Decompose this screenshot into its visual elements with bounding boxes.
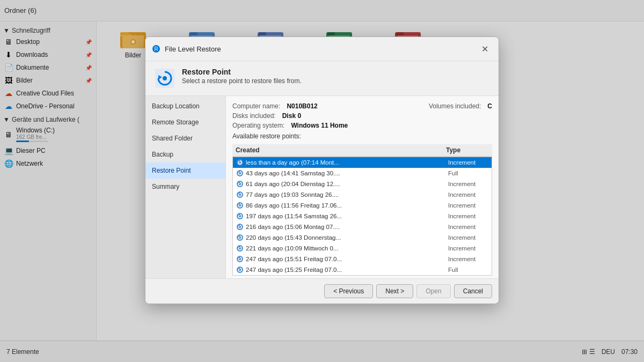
rp-created-7: 220 days ago (15:43 Donnerstag... bbox=[246, 234, 446, 241]
rp-created-3: 77 days ago (19:03 Sonntag 26.... bbox=[246, 191, 446, 198]
restore-points-table: Created Type less than a day ago (07:14 … bbox=[232, 144, 492, 276]
rp-icon-0 bbox=[236, 159, 244, 166]
nav-backup-location[interactable]: Backup Location bbox=[145, 98, 225, 114]
nav-restore-point[interactable]: Restore Point bbox=[145, 162, 225, 179]
os-label: Operating system: bbox=[232, 122, 284, 129]
computer-name-value: N010B012 bbox=[287, 102, 317, 110]
svg-point-31 bbox=[237, 170, 243, 176]
restore-points-header: Created Type bbox=[232, 144, 492, 157]
svg-point-33 bbox=[237, 181, 243, 187]
svg-point-29 bbox=[237, 159, 243, 166]
rp-type-4: Increment bbox=[448, 202, 488, 209]
restore-point-row-5[interactable]: 197 days ago (11:54 Samstag 26... Increm… bbox=[233, 211, 492, 221]
restore-point-row-3[interactable]: 77 days ago (19:03 Sonntag 26.... Increm… bbox=[233, 189, 492, 200]
rp-icon-9 bbox=[236, 255, 244, 263]
open-button[interactable]: Open bbox=[416, 284, 450, 298]
rp-icon-8 bbox=[236, 245, 244, 252]
svg-text:R: R bbox=[154, 46, 158, 52]
rp-created-9: 247 days ago (15:51 Freitag 07.0... bbox=[246, 256, 446, 262]
restore-points-list: less than a day ago (07:14 Mont... Incre… bbox=[232, 157, 492, 276]
rp-type-10: Full bbox=[448, 267, 488, 273]
restore-point-row-4[interactable]: 86 days ago (11:56 Freitag 17.06... Incr… bbox=[233, 200, 492, 211]
computer-name-row: Computer name: N010B012 Volumes included… bbox=[232, 102, 492, 110]
type-column-header: Type bbox=[446, 146, 489, 154]
restore-point-row-2[interactable]: 61 days ago (20:04 Dienstag 12.... Incre… bbox=[233, 179, 492, 189]
rp-type-9: Increment bbox=[448, 256, 488, 262]
restore-point-icon bbox=[154, 68, 175, 89]
rp-created-1: 43 days ago (14:41 Samstag 30.... bbox=[246, 170, 446, 176]
rp-created-6: 216 days ago (15:06 Montag 07.... bbox=[246, 224, 446, 230]
computer-name-label: Computer name: bbox=[232, 102, 280, 110]
svg-point-39 bbox=[237, 213, 243, 219]
svg-point-28 bbox=[163, 76, 167, 80]
disks-value: Disk 0 bbox=[282, 112, 301, 120]
dialog-header: Restore Point Select a restore point to … bbox=[145, 61, 499, 96]
dialog-header-text: Restore Point Select a restore point to … bbox=[182, 68, 302, 85]
rp-type-1: Full bbox=[448, 170, 488, 176]
rp-icon-7 bbox=[236, 234, 244, 241]
rp-type-5: Increment bbox=[448, 213, 488, 219]
rp-type-2: Increment bbox=[448, 181, 488, 187]
rp-created-0: less than a day ago (07:14 Mont... bbox=[246, 159, 446, 166]
nav-summary[interactable]: Summary bbox=[145, 179, 225, 195]
restore-point-row-8[interactable]: 221 days ago (10:09 Mittwoch 0... Increm… bbox=[233, 243, 492, 254]
rp-type-8: Increment bbox=[448, 245, 488, 252]
rp-icon-2 bbox=[236, 180, 244, 188]
previous-button[interactable]: < Previous bbox=[324, 284, 373, 298]
dialog-body: Backup Location Remote Storage Shared Fo… bbox=[145, 96, 499, 278]
volumes-label: Volumes included: bbox=[429, 102, 481, 110]
svg-point-49 bbox=[237, 267, 243, 273]
rp-type-0: Increment bbox=[448, 159, 488, 166]
svg-point-35 bbox=[237, 191, 243, 198]
rp-icon-1 bbox=[236, 169, 244, 177]
svg-point-47 bbox=[237, 256, 243, 262]
rp-created-8: 221 days ago (10:09 Mittwoch 0... bbox=[246, 245, 446, 252]
rp-type-7: Increment bbox=[448, 234, 488, 241]
restore-point-row-6[interactable]: 216 days ago (15:06 Montag 07.... Increm… bbox=[233, 221, 492, 232]
created-column-header: Created bbox=[236, 146, 446, 154]
dialog-nav: Backup Location Remote Storage Shared Fo… bbox=[145, 96, 226, 278]
file-level-restore-dialog: R File Level Restore ✕ Restore Point Sel… bbox=[145, 36, 499, 304]
rp-icon-4 bbox=[236, 202, 244, 209]
rp-created-4: 86 days ago (11:56 Freitag 17.06... bbox=[246, 202, 446, 209]
restore-point-row-7[interactable]: 220 days ago (15:43 Donnerstag... Increm… bbox=[233, 232, 492, 243]
rp-type-6: Increment bbox=[448, 224, 488, 230]
dialog-titlebar: R File Level Restore ✕ bbox=[145, 37, 499, 61]
dialog-title-area: R File Level Restore bbox=[152, 45, 221, 53]
rp-icon-5 bbox=[236, 212, 244, 220]
rp-created-10: 247 days ago (15:25 Freitag 07.0... bbox=[246, 267, 446, 273]
rp-icon-10 bbox=[236, 266, 244, 274]
nav-shared-folder[interactable]: Shared Folder bbox=[145, 130, 225, 146]
svg-point-43 bbox=[237, 234, 243, 241]
rp-icon-3 bbox=[236, 191, 244, 198]
dialog-section-title: Restore Point bbox=[182, 68, 302, 76]
next-button[interactable]: Next > bbox=[376, 284, 413, 298]
cancel-button[interactable]: Cancel bbox=[454, 284, 492, 298]
restore-point-row-0[interactable]: less than a day ago (07:14 Mont... Incre… bbox=[233, 157, 492, 168]
restore-point-row-10[interactable]: 247 days ago (15:25 Freitag 07.0... Full bbox=[233, 264, 492, 275]
volumes-value: C bbox=[487, 102, 492, 110]
svg-point-45 bbox=[237, 245, 243, 252]
dialog-title-text: File Level Restore bbox=[165, 45, 221, 53]
dialog-footer: < Previous Next > Open Cancel bbox=[145, 278, 499, 304]
restore-point-row-1[interactable]: 43 days ago (14:41 Samstag 30.... Full bbox=[233, 168, 492, 179]
dialog-section-subtitle: Select a restore point to restore files … bbox=[182, 77, 302, 85]
os-value: Windows 11 Home bbox=[291, 122, 348, 129]
dialog-content: Computer name: N010B012 Volumes included… bbox=[226, 96, 499, 278]
rp-type-3: Increment bbox=[448, 191, 488, 198]
rp-icon-6 bbox=[236, 223, 244, 231]
rp-created-2: 61 days ago (20:04 Dienstag 12.... bbox=[246, 181, 446, 187]
disks-row: Disks included: Disk 0 bbox=[232, 112, 492, 120]
dialog-overlay: R File Level Restore ✕ Restore Point Sel… bbox=[0, 0, 644, 362]
available-label: Available restore points: bbox=[232, 132, 492, 140]
disks-label: Disks included: bbox=[232, 112, 276, 120]
dialog-close-button[interactable]: ✕ bbox=[477, 41, 492, 56]
nav-remote-storage[interactable]: Remote Storage bbox=[145, 114, 225, 130]
nav-backup[interactable]: Backup bbox=[145, 146, 225, 162]
restore-point-row-9[interactable]: 247 days ago (15:51 Freitag 07.0... Incr… bbox=[233, 254, 492, 264]
rp-created-5: 197 days ago (11:54 Samstag 26... bbox=[246, 213, 446, 219]
os-row: Operating system: Windows 11 Home bbox=[232, 122, 492, 129]
restore-title-icon: R bbox=[152, 45, 160, 53]
svg-point-37 bbox=[237, 202, 243, 209]
svg-point-41 bbox=[237, 224, 243, 230]
